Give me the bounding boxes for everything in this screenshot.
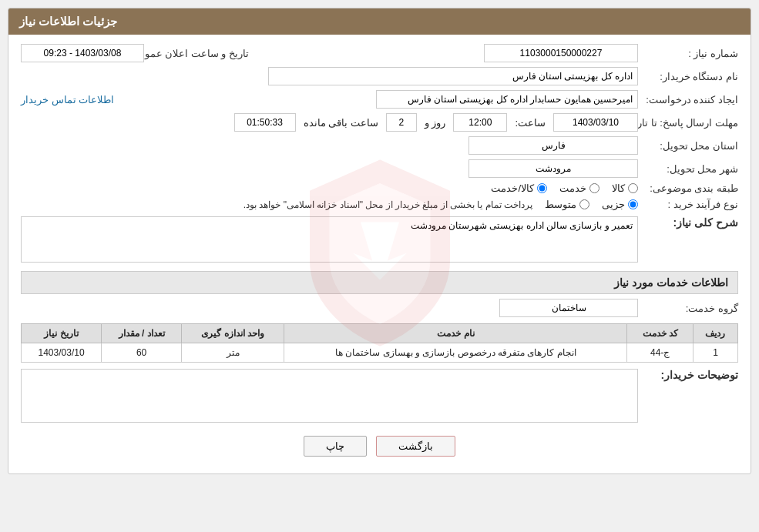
services-section-header: اطلاعات خدمات مورد نیاز: [21, 271, 738, 294]
purchase-jozvi-radio[interactable]: [628, 199, 638, 209]
purchase-motavasset[interactable]: متوسط: [545, 199, 589, 210]
purchase-type-radio-group: جزیی متوسط: [545, 199, 638, 210]
service-group-label: گروه خدمت:: [638, 303, 738, 314]
need-number-row: شماره نیاز : تاریخ و ساعت اعلان عمومی:: [21, 44, 738, 62]
page-wrapper: جزئیات اطلاعات نیاز شماره نیاز : تاریخ و…: [0, 0, 759, 532]
category-kala-khadamat-label: کالا/خدمت: [491, 182, 534, 194]
description-textarea[interactable]: تعمیر و بازسازی سالن اداره بهزیستی شهرست…: [21, 216, 638, 263]
province-label: استان محل تحویل:: [638, 140, 738, 152]
need-number-value-cell: [272, 44, 638, 62]
page-title: جزئیات اطلاعات نیاز: [8, 8, 751, 35]
buyer-org-input[interactable]: [268, 67, 638, 85]
cell-row-num: 1: [693, 343, 737, 363]
category-khadamat[interactable]: خدمت: [559, 182, 599, 194]
table-header-row: ردیف کد خدمت نام خدمت واحد اندازه گیری ت…: [22, 324, 738, 343]
province-row: استان محل تحویل:: [21, 136, 738, 155]
cell-quantity: 60: [102, 343, 182, 363]
col-service-code: کد خدمت: [627, 324, 694, 343]
city-label: شهر محل تحویل:: [638, 163, 738, 175]
need-number-input[interactable]: [484, 44, 638, 62]
city-input[interactable]: [468, 159, 638, 178]
buyer-notes-textarea[interactable]: [21, 369, 638, 423]
deadline-days-input[interactable]: [386, 113, 417, 132]
col-quantity: تعداد / مقدار: [102, 324, 182, 343]
table-row: 1 ج-44 انجام کارهای متفرقه درخصوص بازساز…: [22, 343, 738, 363]
category-kala-khadamat-radio[interactable]: [537, 183, 547, 193]
province-value-cell: [21, 136, 638, 155]
creator-row: ایجاد کننده درخواست: اطلاعات تماس خریدار: [21, 90, 738, 109]
purchase-type-row: نوع فرآیند خرید : جزیی متوسط پرداخت تمام…: [21, 199, 738, 210]
deadline-remaining-input[interactable]: [234, 113, 296, 132]
deadline-days-label: روز و: [425, 117, 446, 129]
category-kala-khadamat[interactable]: کالا/خدمت: [491, 182, 547, 194]
description-label: شرح کلی نیاز:: [638, 216, 738, 229]
cell-date: 1403/03/10: [22, 343, 102, 363]
buyer-notes-label: توضیحات خریدار:: [638, 369, 738, 381]
col-service-name: نام خدمت: [284, 324, 627, 343]
back-button[interactable]: بازگشت: [376, 436, 455, 457]
buyer-org-label: نام دستگاه خریدار:: [638, 71, 738, 82]
cell-service-code: ج-44: [627, 343, 694, 363]
service-group-row: گروه خدمت:: [21, 299, 738, 317]
deadline-row: مهلت ارسال پاسخ: تا تاریخ: ساعت: روز و س…: [21, 113, 738, 132]
description-row: شرح کلی نیاز: تعمیر و بازسازی سالن اداره…: [21, 216, 738, 265]
col-row-num: ردیف: [693, 324, 737, 343]
buyer-notes-row: توضیحات خریدار:: [21, 369, 738, 425]
deadline-time-input[interactable]: [453, 113, 507, 132]
purchase-motavasset-label: متوسط: [545, 199, 576, 210]
buyer-notes-value-cell: [21, 369, 638, 425]
category-kala-label: کالا: [612, 182, 625, 194]
deadline-label: مهلت ارسال پاسخ: تا تاریخ:: [638, 117, 738, 129]
col-date: تاریخ نیاز: [22, 324, 102, 343]
need-number-label: شماره نیاز :: [638, 48, 738, 59]
main-card: جزئیات اطلاعات نیاز شماره نیاز : تاریخ و…: [8, 8, 751, 474]
purchase-type-label: نوع فرآیند خرید :: [638, 199, 738, 210]
creator-label: ایجاد کننده درخواست:: [638, 94, 738, 105]
cell-unit: متر: [182, 343, 284, 363]
col-unit: واحد اندازه گیری: [182, 324, 284, 343]
province-input[interactable]: [468, 136, 638, 155]
category-khadamat-radio[interactable]: [589, 183, 599, 193]
purchase-jozvi-label: جزیی: [602, 199, 625, 210]
category-kala[interactable]: کالا: [612, 182, 638, 194]
purchase-type-fields: جزیی متوسط پرداخت تمام یا بخشی از مبلغ خ…: [243, 199, 638, 210]
announcement-date-input[interactable]: [21, 44, 144, 62]
creator-contact-link[interactable]: اطلاعات تماس خریدار: [21, 94, 114, 105]
deadline-fields: ساعت: روز و ساعت باقی مانده: [234, 113, 638, 132]
buyer-org-value-cell: [21, 67, 638, 85]
cell-service-name: انجام کارهای متفرقه درخصوص بازسازی و بهس…: [284, 343, 627, 363]
category-row: طبقه بندی موضوعی: کالا خدمت کالا/خدمت: [21, 182, 738, 194]
description-value-cell: تعمیر و بازسازی سالن اداره بهزیستی شهرست…: [21, 216, 638, 265]
service-group-value-cell: [21, 299, 638, 317]
purchase-note: پرداخت تمام یا بخشی از مبلغ خریدار از مح…: [243, 199, 532, 210]
deadline-remaining-label: ساعت باقی مانده: [304, 117, 378, 129]
creator-input[interactable]: [376, 90, 638, 109]
purchase-motavasset-radio[interactable]: [579, 199, 589, 209]
deadline-date-input[interactable]: [553, 113, 638, 132]
deadline-time-label: ساعت:: [515, 117, 546, 129]
category-kala-radio[interactable]: [628, 183, 638, 193]
print-button[interactable]: چاپ: [304, 436, 367, 457]
content-area: شماره نیاز : تاریخ و ساعت اعلان عمومی: ن…: [8, 35, 751, 473]
creator-value-cell: [122, 90, 638, 109]
category-label: طبقه بندی موضوعی:: [638, 182, 738, 194]
services-table: ردیف کد خدمت نام خدمت واحد اندازه گیری ت…: [21, 323, 738, 363]
city-value-cell: [21, 159, 638, 178]
purchase-jozvi[interactable]: جزیی: [602, 199, 638, 210]
service-group-input[interactable]: [499, 299, 638, 317]
announcement-date-label: تاریخ و ساعت اعلان عمومی:: [149, 48, 249, 59]
category-radio-group: کالا خدمت کالا/خدمت: [491, 182, 638, 194]
announcement-date-value-cell: [21, 44, 144, 62]
action-buttons: بازگشت چاپ: [21, 436, 738, 457]
city-row: شهر محل تحویل:: [21, 159, 738, 178]
category-khadamat-label: خدمت: [559, 182, 586, 194]
buyer-org-row: نام دستگاه خریدار:: [21, 67, 738, 85]
